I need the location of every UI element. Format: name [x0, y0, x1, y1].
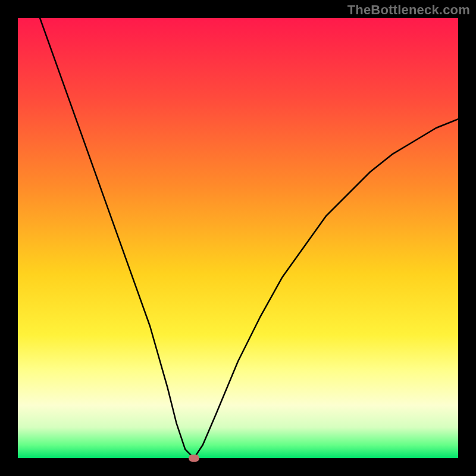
watermark-text: TheBottleneck.com [347, 2, 470, 18]
bottleneck-curve [18, 18, 458, 458]
plot-area [18, 18, 458, 458]
optimal-point-marker [189, 455, 199, 462]
chart-frame: TheBottleneck.com [0, 0, 476, 476]
